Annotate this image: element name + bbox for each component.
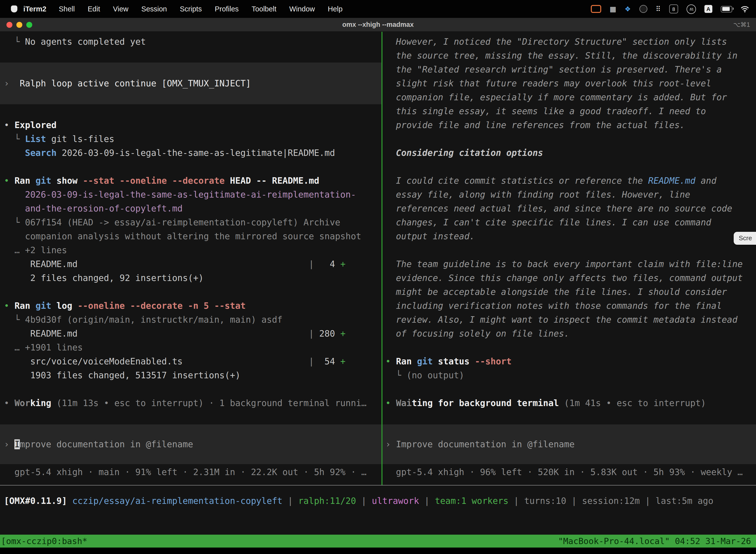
terminal-line: the "Related research writing" section i… [382,63,756,76]
text-segment [67,496,72,506]
terminal-line: └ List git ls-files [0,132,381,146]
text-segment: git [36,301,51,311]
text-segment: 280 [314,329,340,339]
tmux-pane-right[interactable]: However, I noticed the "Directory Struct… [382,32,756,485]
text-segment: Ralph loop active continue [OMX_TMUX_INJ… [20,78,251,88]
text-segment: and [695,176,716,186]
terminal-line: essay file, along with finding root file… [382,188,756,202]
text-segment [78,329,309,339]
text-segment: No agents completed yet [25,37,146,47]
terminal-line [0,382,381,396]
apple-menu-icon[interactable] [11,5,17,12]
text-segment: team:1 workers [435,496,508,506]
text-segment: 2026-03-09-is-legal-the-same-as-legitima… [57,148,335,158]
text-segment: | [309,356,314,366]
app-menu-title[interactable]: iTerm2 [22,5,52,13]
text-segment [4,148,25,158]
text-segment: review. Also, I might want to inspect th… [385,315,737,325]
omx-status-line: [OMX#0.11.9] cczip/essay/ai-reimplementa… [0,494,756,508]
text-segment: └ [4,37,25,47]
text-segment: • [4,398,14,408]
text-segment: 4 [314,259,340,269]
grid-icon[interactable]: ▦ [610,5,616,13]
text-segment: README.md [4,329,78,339]
wifi-icon[interactable] [741,6,749,12]
menu-item[interactable]: Help [321,5,349,13]
terminal-line: companion file, especially if more comme… [382,90,756,104]
menu-item[interactable]: View [107,5,135,13]
terminal-line: • Explored [0,118,381,132]
text-segment: git [417,356,433,366]
apps-grid-icon[interactable]: ⠿ [655,5,661,13]
text-segment: └ [385,370,406,380]
menu-item[interactable]: Scripts [173,5,208,13]
gauge-icon[interactable]: .61 [687,4,696,14]
screen-recording-icon[interactable] [591,5,601,13]
terminal-line: src/voice/voiceModeEnabled.ts | 54 + [0,354,381,368]
terminal-line: └ 4b9d30f (origin/main, instructkr/main,… [0,313,381,327]
text-segment: and-the-erosion-of-copyleft.md [4,204,183,214]
terminal-line [0,49,381,63]
terminal-line: output instead. [382,229,756,243]
window-hotkey-hint: ⌥⌘1 [733,18,750,32]
prompt-input-right-text[interactable]: › Improve documentation in @filename [382,437,575,451]
text-segment: output instead. [385,231,475,241]
text-segment: I [14,439,19,449]
terminal-line: README.md | 280 + [0,327,381,340]
text-segment: | [282,496,298,506]
text-segment: | [356,496,372,506]
text-segment: king [30,398,51,408]
menu-item[interactable]: Profiles [208,5,245,13]
text-segment: companion file, especially if more comme… [385,92,727,102]
tmux-host-clock: "MacBook-Pro-44.local" 04:52 31-Mar-26 [558,536,751,546]
tmux-status-bar: [omx-cczip0:bash* "MacBook-Pro-44.local"… [0,535,756,548]
terminal-line [0,285,381,299]
text-segment: references need actual files, and since … [385,204,732,214]
text-segment: changes, I can't cite specific file line… [385,217,711,227]
text-segment: 54 [314,356,340,366]
text-segment: However, I noticed the "Directory Struct… [385,37,727,47]
app-icon-dark[interactable] [639,5,647,13]
text-segment: git [36,176,51,186]
text-segment: --short [475,356,511,366]
text-segment: • [4,176,14,186]
text-segment: └ [4,134,25,144]
text-segment: README.md [4,259,78,269]
prompt-input-left-text[interactable]: › Improve documentation in @filename [0,437,193,451]
ralph-loop-banner: › Ralph loop active continue [OMX_TMUX_I… [0,63,381,104]
left-scrollback-body: • Explored └ List git ls-files Search 20… [0,104,381,410]
menu-item[interactable]: Window [283,5,321,13]
text-segment: Search [25,148,57,158]
battery-icon[interactable] [721,6,732,12]
text-segment: ting for background terminal [412,398,559,408]
menu-item[interactable]: Edit [81,5,107,13]
prompt-input-right[interactable]: › Improve documentation in @filename [382,425,756,464]
menu-item[interactable]: Toolbelt [245,5,283,13]
text-segment: 2 files changed, 92 insertions(+) [4,273,204,283]
terminal-line: companion analysis without altering the … [0,229,381,243]
terminal-line: changes, I can't cite specific file line… [382,215,756,229]
tmux-pane-left[interactable]: └ No agents completed yet › Ralph loop a… [0,32,381,485]
text-segment: Ran [396,356,417,366]
menu-bar-status-icons: ▦ ❖ ⠿ 8 .61 A [591,4,749,14]
terminal-line: might be acceptable alongside the file l… [382,285,756,299]
terminal-line [0,160,381,174]
keypad-icon[interactable]: 8 [669,4,678,13]
window-title-bar[interactable]: omx --xhigh --madmax ⌥⌘1 [0,18,756,32]
menu-item[interactable]: Session [135,5,173,13]
terminal-line: including verification notes with those … [382,299,756,313]
terminal-line: • Waiting for background terminal (1m 41… [382,396,756,410]
text-segment: └ [4,217,25,227]
text-segment: this single essay, it seems like a good … [385,106,706,116]
text-segment [78,259,309,269]
app-icon-blue[interactable]: ❖ [625,5,631,13]
input-source-icon[interactable]: A [704,5,712,13]
text-segment: src/voice/voiceModeEnabled.ts [4,356,183,366]
text-segment: • [4,120,14,130]
screen-share-button[interactable]: Scre [734,232,756,245]
window-title: omx --xhigh --madmax [0,18,756,32]
menu-bar-left: iTerm2 ShellEditViewSessionScriptsProfil… [0,5,349,13]
right-scrollback: However, I noticed the "Directory Struct… [382,35,756,410]
prompt-input-left[interactable]: › Improve documentation in @filename [0,425,381,464]
menu-item[interactable]: Shell [52,5,81,13]
